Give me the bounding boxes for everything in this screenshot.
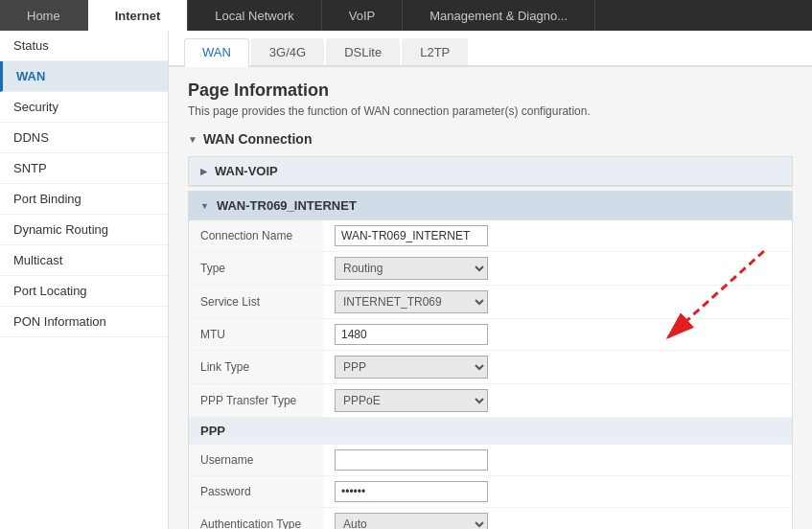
ppp-section-label: PPP [189, 418, 792, 445]
select-auth-type[interactable]: Auto [336, 514, 487, 529]
sidebar-item-multicast[interactable]: Multicast [0, 245, 168, 276]
select-wrapper-link-type: PPP [335, 356, 488, 379]
nav-internet[interactable]: Internet [88, 0, 189, 31]
nav-home[interactable]: Home [0, 0, 88, 31]
wan-connection-header[interactable]: ▼ WAN Connection [188, 131, 793, 147]
form-row-password: Password [189, 476, 792, 508]
form-row-service-list: Service List INTERNET_TR069 [189, 286, 792, 319]
nav-local-network[interactable]: Local Network [188, 0, 321, 31]
wan-voip-panel: ▶ WAN-VOIP [188, 156, 793, 187]
sidebar-item-port-locating[interactable]: Port Locating [0, 276, 168, 307]
label-password: Password [189, 476, 323, 508]
select-wrapper-type: Routing [335, 257, 488, 280]
select-ppp-transfer-type[interactable]: PPPoE [336, 390, 487, 411]
sidebar-item-sntp[interactable]: SNTP [0, 153, 168, 184]
form-row-ppp-section: PPP [189, 418, 792, 445]
sidebar-item-ddns[interactable]: DDNS [0, 123, 168, 153]
sidebar-item-wan[interactable]: WAN [0, 61, 168, 92]
wan-tr069-arrow-icon: ▼ [200, 201, 209, 211]
tab-3g4g[interactable]: 3G/4G [251, 38, 324, 65]
tab-bar: WAN 3G/4G DSLite L2TP [169, 31, 812, 67]
form-row-link-type: Link Type PPP [189, 351, 792, 384]
input-username[interactable] [335, 449, 488, 471]
wan-tr069-panel: ▼ WAN-TR069_INTERNET Connection Name Typ… [188, 191, 793, 529]
top-nav: Home Internet Local Network VoIP Managem… [0, 0, 812, 31]
main-content: WAN 3G/4G DSLite L2TP Page Information T… [169, 31, 812, 529]
input-mtu[interactable] [335, 324, 488, 345]
tab-wan[interactable]: WAN [184, 38, 249, 67]
tab-dslite[interactable]: DSLite [326, 38, 400, 65]
sidebar-item-port-binding[interactable]: Port Binding [0, 184, 168, 215]
form-row-ppp-transfer-type: PPP Transfer Type PPPoE [189, 384, 792, 418]
select-wrapper-auth-type: Auto [335, 513, 488, 529]
form-row-type: Type Routing [189, 252, 792, 286]
nav-management[interactable]: Management & Diagno... [403, 0, 595, 31]
sidebar-item-pon-information[interactable]: PON Information [0, 307, 168, 337]
select-wrapper-service-list: INTERNET_TR069 [335, 290, 488, 313]
label-link-type: Link Type [189, 351, 323, 384]
label-username: Username [189, 445, 323, 476]
form-row-mtu: MTU [189, 319, 792, 351]
page-info-title: Page Information [188, 80, 793, 101]
select-wrapper-ppp-transfer: PPPoE [335, 389, 488, 412]
wan-connection-title: WAN Connection [203, 131, 313, 147]
wan-voip-label: WAN-VOIP [215, 164, 278, 178]
nav-voip[interactable]: VoIP [322, 0, 403, 31]
wan-tr069-header[interactable]: ▼ WAN-TR069_INTERNET [189, 192, 792, 220]
wan-connection-arrow-icon: ▼ [188, 134, 197, 145]
label-auth-type: Authentication Type [189, 508, 323, 530]
content-area: Page Information This page provides the … [169, 67, 812, 529]
wan-form-table: Connection Name Type Routing [189, 220, 792, 529]
label-connection-name: Connection Name [189, 220, 323, 252]
sidebar-item-status[interactable]: Status [0, 31, 168, 61]
form-row-connection-name: Connection Name [189, 220, 792, 252]
label-mtu: MTU [189, 319, 323, 351]
label-service-list: Service List [189, 286, 323, 319]
input-connection-name[interactable] [335, 225, 488, 246]
sidebar: Status WAN Security DDNS SNTP Port Bindi… [0, 31, 169, 529]
select-service-list[interactable]: INTERNET_TR069 [336, 291, 487, 312]
sidebar-item-dynamic-routing[interactable]: Dynamic Routing [0, 215, 168, 245]
form-row-username: Username [189, 445, 792, 476]
select-link-type[interactable]: PPP [336, 356, 487, 378]
form-row-auth-type: Authentication Type Auto [189, 508, 792, 530]
label-ppp-transfer-type: PPP Transfer Type [189, 384, 323, 418]
input-password[interactable] [335, 481, 488, 502]
select-type[interactable]: Routing [336, 258, 487, 279]
page-info-desc: This page provides the function of WAN c… [188, 104, 793, 118]
tab-l2tp[interactable]: L2TP [402, 38, 468, 65]
wan-voip-arrow-icon: ▶ [200, 167, 207, 176]
label-type: Type [189, 252, 323, 286]
wan-voip-header[interactable]: ▶ WAN-VOIP [189, 157, 792, 186]
wan-tr069-label: WAN-TR069_INTERNET [217, 198, 357, 213]
sidebar-item-security[interactable]: Security [0, 92, 168, 123]
